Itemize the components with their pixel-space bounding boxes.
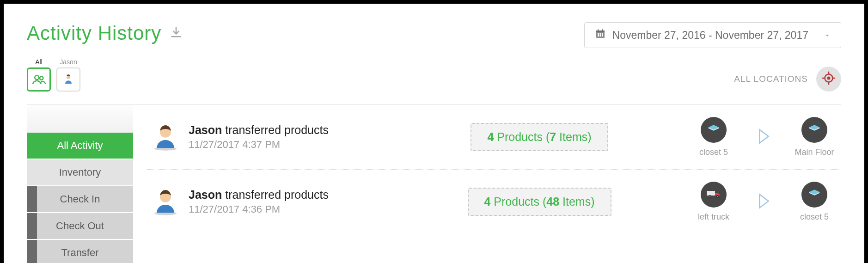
svg-point-11 [40, 76, 43, 80]
user-avatar-icon [151, 186, 180, 218]
location-to[interactable]: Main Floor [792, 117, 837, 157]
date-range-picker[interactable]: November 27, 2016 - November 27, 2017 [584, 22, 841, 48]
svg-point-10 [35, 75, 39, 80]
svg-rect-8 [599, 35, 601, 37]
locations-filter-button[interactable] [816, 67, 841, 92]
calendar-icon [595, 28, 606, 42]
svg-rect-1 [596, 31, 605, 32]
sidebar-item-check-out[interactable]: Check Out [27, 213, 133, 239]
svg-rect-9 [602, 35, 603, 37]
activity-row: Jason transferred products 11/27/2017 4:… [147, 170, 841, 234]
activity-type-sidebar: All Activity Inventory Check In Check Ou… [27, 105, 133, 263]
svg-rect-7 [598, 35, 599, 37]
user-filter-jason[interactable] [56, 67, 80, 92]
storage-box-icon [807, 122, 821, 138]
activity-timestamp: 11/27/2017 4:36 PM [189, 203, 387, 215]
date-range-text: November 27, 2016 - November 27, 2017 [612, 29, 808, 42]
location-from[interactable]: left truck [691, 182, 736, 222]
user-filter-all[interactable] [27, 67, 51, 92]
svg-rect-2 [598, 29, 599, 31]
download-icon[interactable] [170, 26, 183, 41]
chevron-down-icon [824, 29, 831, 42]
svg-point-14 [828, 77, 830, 80]
storage-box-icon [707, 122, 721, 138]
sidebar-item-check-in[interactable]: Check In [27, 186, 133, 212]
transfer-arrow-icon [757, 128, 771, 146]
activity-row: Jason transferred products 11/27/2017 4:… [147, 105, 841, 170]
svg-rect-4 [598, 33, 599, 35]
svg-rect-6 [602, 33, 603, 35]
svg-point-12 [67, 76, 70, 79]
sidebar-item-all-activity[interactable]: All Activity [27, 133, 133, 159]
sidebar-item-transfer[interactable]: Transfer [27, 240, 133, 263]
crosshair-icon [821, 70, 837, 88]
svg-rect-3 [602, 29, 603, 31]
user-avatar-icon [151, 122, 180, 153]
activity-list: Jason transferred products 11/27/2017 4:… [133, 105, 841, 263]
svg-point-22 [709, 196, 710, 197]
svg-point-23 [717, 196, 718, 197]
storage-box-icon [807, 187, 821, 202]
activity-description: Jason transferred products [189, 188, 387, 202]
activity-timestamp: 11/27/2017 4:37 PM [189, 139, 387, 151]
products-count-badge[interactable]: 4 Products (48 Items) [468, 188, 611, 216]
activity-description: Jason transferred products [189, 123, 387, 137]
products-count-badge[interactable]: 4 Products (7 Items) [471, 123, 608, 151]
transfer-arrow-icon [757, 193, 771, 211]
location-to[interactable]: closet 5 [792, 182, 837, 222]
svg-rect-19 [707, 191, 715, 196]
truck-icon [706, 188, 721, 201]
user-filter-user-label: Jason [60, 58, 77, 66]
user-filter-all-label: All [35, 58, 43, 66]
location-from[interactable]: closet 5 [691, 117, 736, 157]
sidebar-item-inventory[interactable]: Inventory [27, 159, 133, 185]
svg-rect-5 [599, 33, 601, 35]
page-title: Activity History [27, 22, 161, 44]
locations-filter-label: ALL LOCATIONS [734, 74, 808, 84]
